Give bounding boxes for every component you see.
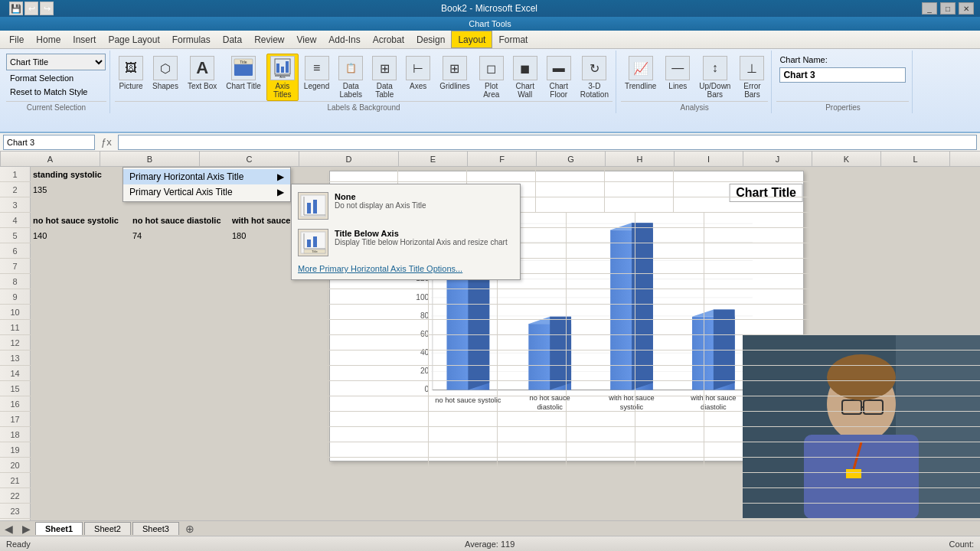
cell-22-2[interactable] <box>230 488 329 504</box>
cell-12-4[interactable] <box>429 335 498 350</box>
quick-access-toolbar[interactable]: 💾 ↩ ↪ <box>6 2 57 15</box>
menu-data[interactable]: Data <box>217 31 248 48</box>
none-option[interactable]: None Do not display an Axis Title <box>292 187 520 224</box>
cell-22-3[interactable] <box>329 488 429 504</box>
cell-23-2[interactable] <box>230 504 329 519</box>
text-box-btn[interactable]: A Text Box <box>184 54 220 93</box>
sheet-tab-sheet3[interactable]: Sheet3 <box>132 522 179 535</box>
cell-22-7[interactable] <box>635 488 704 504</box>
cell-22-5[interactable] <box>498 488 567 504</box>
primary-vertical-axis-title-item[interactable]: Primary Vertical Axis Title ▶ <box>123 184 290 200</box>
cell-12-5[interactable] <box>498 335 567 350</box>
menu-home[interactable]: Home <box>30 31 67 48</box>
cell-19-1[interactable] <box>130 442 230 458</box>
cell-10-4[interactable] <box>429 305 498 320</box>
plot-area-btn[interactable]: ◻ PlotArea <box>475 54 508 101</box>
cell-16-4[interactable] <box>429 396 498 412</box>
cell-A4[interactable]: no hot sauce systolic <box>31 213 130 228</box>
cell-17-1[interactable] <box>130 412 230 427</box>
cell-13-1[interactable] <box>130 350 230 366</box>
cell-9-6[interactable] <box>567 289 635 305</box>
title-below-axis-option[interactable]: Title Title Below Axis Display Title bel… <box>292 224 520 261</box>
col-header-J[interactable]: J <box>743 152 812 167</box>
cell-10-5[interactable] <box>498 305 567 320</box>
format-selection-btn[interactable]: Format Selection <box>6 72 77 84</box>
menu-formulas[interactable]: Formulas <box>166 31 217 48</box>
axis-titles-btn[interactable]: Axis AxisTitles <box>266 54 299 101</box>
col-header-A[interactable]: A <box>1 152 100 167</box>
cell-13-0[interactable] <box>31 350 130 366</box>
cell-21-0[interactable] <box>31 473 130 488</box>
cell-16-1[interactable] <box>130 396 230 412</box>
col-header-C[interactable]: C <box>200 152 299 167</box>
cell-23-4[interactable] <box>429 504 498 519</box>
cell-G4[interactable] <box>567 213 635 228</box>
cell-22-4[interactable] <box>429 488 498 504</box>
cell-20-4[interactable] <box>429 458 498 473</box>
cell-17-6[interactable] <box>567 412 635 427</box>
menu-acrobat[interactable]: Acrobat <box>367 31 410 48</box>
menu-format[interactable]: Format <box>492 31 534 48</box>
cell-H2[interactable] <box>605 182 674 197</box>
cell-12-3[interactable] <box>329 335 429 350</box>
reset-match-style-btn[interactable]: Reset to Match Style <box>6 86 92 98</box>
menu-layout[interactable]: Layout <box>451 31 492 48</box>
cell-21-1[interactable] <box>130 473 230 488</box>
redo-btn[interactable]: ↪ <box>40 2 54 15</box>
chart-floor-btn[interactable]: ▬ ChartFloor <box>543 54 575 101</box>
cell-E1[interactable] <box>398 167 467 182</box>
close-button[interactable]: ✕ <box>959 2 974 15</box>
legend-btn[interactable]: ≡ Legend <box>300 54 333 93</box>
menu-review[interactable]: Review <box>248 31 290 48</box>
cell-14-1[interactable] <box>130 366 230 381</box>
cell-22-1[interactable] <box>130 488 230 504</box>
col-header-K[interactable]: K <box>812 152 881 167</box>
cell-23-1[interactable] <box>130 504 230 519</box>
cell-21-4[interactable] <box>429 473 498 488</box>
cell-14-7[interactable] <box>635 366 704 381</box>
cell-17-2[interactable] <box>230 412 329 427</box>
axes-btn[interactable]: ⊢ Axes <box>402 54 434 93</box>
cell-A5[interactable]: 140 <box>31 228 130 243</box>
col-header-M[interactable]: M <box>950 152 980 167</box>
cell-21-7[interactable] <box>635 473 704 488</box>
cell-21-3[interactable] <box>329 473 429 488</box>
cell-17-3[interactable] <box>329 412 429 427</box>
formula-input[interactable] <box>118 135 977 150</box>
minimize-button[interactable]: _ <box>922 2 937 15</box>
cell-10-1[interactable] <box>130 305 230 320</box>
primary-horizontal-axis-title-item[interactable]: Primary Horizontal Axis Title ▶ <box>123 169 290 184</box>
cell-20-3[interactable] <box>329 458 429 473</box>
chart-title-btn[interactable]: Title Chart Title <box>222 54 265 93</box>
cell-17-5[interactable] <box>498 412 567 427</box>
cell-17-4[interactable] <box>429 412 498 427</box>
cell-12-7[interactable] <box>635 335 704 350</box>
cell-15-0[interactable] <box>31 381 130 396</box>
cell-9-7[interactable] <box>635 289 704 305</box>
cell-9-4[interactable] <box>429 289 498 305</box>
col-header-F[interactable]: F <box>468 152 537 167</box>
chart-element-selector[interactable]: Chart Title <box>6 54 106 70</box>
col-header-D[interactable]: D <box>299 152 399 167</box>
cell-17-0[interactable] <box>31 412 130 427</box>
col-header-H[interactable]: H <box>606 152 675 167</box>
shapes-btn[interactable]: ⬡ Shapes <box>149 54 182 93</box>
cell-19-6[interactable] <box>567 442 635 458</box>
cell-20-5[interactable] <box>498 458 567 473</box>
cell-14-6[interactable] <box>567 366 635 381</box>
cell-8-6[interactable] <box>567 274 635 289</box>
col-header-G[interactable]: G <box>537 152 606 167</box>
rotation-btn[interactable]: ↻ 3-DRotation <box>577 54 612 101</box>
cell-11-3[interactable] <box>329 320 429 335</box>
cell-H3[interactable] <box>605 197 674 213</box>
cell-B4[interactable]: no hot sauce diastolic <box>130 213 230 228</box>
cell-F1[interactable] <box>467 167 536 182</box>
cell-6-0[interactable] <box>31 243 130 259</box>
cell-15-1[interactable] <box>130 381 230 396</box>
cell-8-7[interactable] <box>635 274 704 289</box>
menu-addins[interactable]: Add-Ins <box>322 31 366 48</box>
menu-file[interactable]: File <box>3 31 30 48</box>
cell-19-2[interactable] <box>230 442 329 458</box>
cell-9-1[interactable] <box>130 289 230 305</box>
undo-btn[interactable]: ↩ <box>24 2 38 15</box>
